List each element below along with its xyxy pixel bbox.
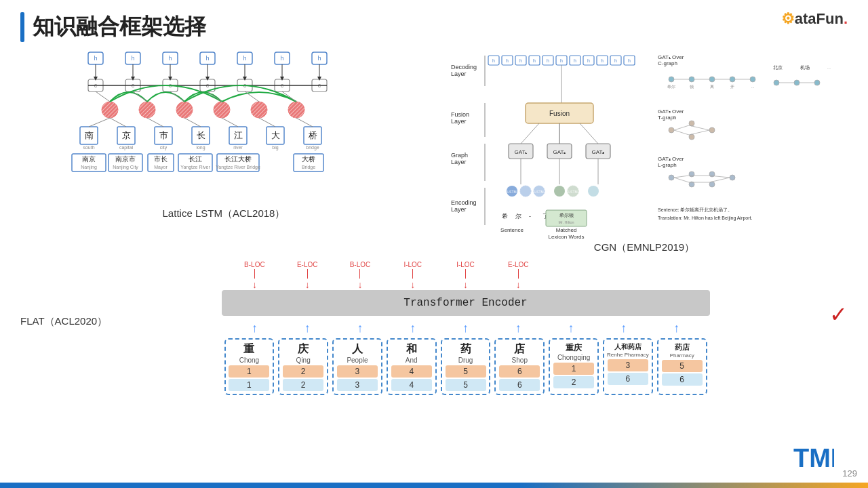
svg-text:h: h	[519, 58, 522, 63]
loc-arrow-row: B-LOC ↓ E-LOC ↓ B-LOC ↓ I-LOC ↓ I-LOC	[222, 261, 710, 290]
svg-line-145	[521, 123, 539, 144]
svg-text:h: h	[205, 55, 209, 62]
token-num2-3: 3	[337, 379, 378, 391]
svg-text:h: h	[243, 55, 246, 62]
svg-line-194	[674, 130, 689, 135]
svg-text:顿: 顿	[690, 85, 694, 89]
token-num1-3: 3	[337, 365, 378, 378]
svg-text:h: h	[587, 58, 590, 63]
svg-text:south: south	[83, 145, 94, 150]
svg-text:GAT₃: GAT₃	[592, 149, 605, 155]
svg-text:Encoding: Encoding	[451, 199, 477, 206]
svg-text:长江: 长江	[189, 155, 202, 163]
loc-i-loc-1: I-LOC ↓	[387, 261, 439, 290]
token-num2-2: 2	[283, 379, 323, 391]
svg-text:capital: capital	[119, 145, 134, 150]
arrow-up-7: ↑	[545, 321, 597, 336]
svg-text:GAT₁ Over: GAT₁ Over	[658, 54, 684, 60]
svg-text:Fusion: Fusion	[451, 111, 469, 118]
svg-text:Lexicon Words: Lexicon Words	[549, 234, 585, 240]
svg-text:Nanjing City: Nanjing City	[113, 165, 138, 170]
svg-text:Graph: Graph	[451, 152, 468, 159]
svg-line-209	[709, 178, 730, 182]
svg-line-71	[184, 118, 201, 127]
token-num1-8: 3	[608, 359, 648, 371]
svg-line-73	[259, 118, 275, 127]
svg-text:Yangtze River: Yangtze River	[180, 165, 210, 170]
token-card-1: 重 Chong 1 1	[224, 338, 275, 395]
svg-point-215	[774, 80, 779, 85]
loc-e-loc-2: E-LOC ↓	[492, 261, 545, 290]
svg-text:Sentence: 希尔顿离开北京机场了。: Sentence: 希尔顿离开北京机场了。	[658, 207, 732, 212]
svg-line-49	[133, 92, 147, 102]
svg-text:h: h	[628, 58, 631, 63]
svg-line-69	[110, 118, 126, 127]
cgn-label: CGN（EMNLP2019）	[594, 241, 694, 254]
flat-section: FLAT（ACL2020） B-LOC ↓ E-LOC ↓ B-LOC ↓ I-…	[0, 254, 868, 395]
svg-line-70	[147, 118, 163, 127]
token-card-5: 药 Drug 5 5	[441, 338, 491, 395]
svg-text:长: 长	[197, 130, 205, 140]
arrow-up-2: ↑	[281, 321, 334, 336]
svg-point-188	[669, 127, 674, 133]
svg-point-173	[689, 77, 694, 82]
svg-text:GAT₂ Over: GAT₂ Over	[658, 108, 684, 115]
flat-label: FLAT（ACL2020）	[20, 315, 108, 328]
token-num2-6: 6	[499, 379, 540, 391]
svg-point-191	[689, 134, 694, 140]
svg-text:Matched: Matched	[556, 227, 577, 233]
svg-point-217	[814, 80, 820, 85]
svg-point-45	[214, 102, 230, 118]
svg-text:h: h	[317, 55, 321, 62]
svg-point-172	[669, 77, 674, 82]
token-num1-1: 1	[229, 365, 269, 378]
svg-text:city: city	[160, 145, 167, 150]
token-num1-5: 5	[446, 365, 486, 378]
header: 知识融合框架选择 ⚙ataFun.	[0, 0, 868, 49]
svg-text:希: 希	[502, 213, 508, 220]
svg-text:Layer: Layer	[451, 206, 467, 213]
svg-text:希尔顿: 希尔顿	[559, 213, 574, 218]
svg-text:开: 开	[730, 85, 734, 89]
svg-text:江: 江	[234, 130, 243, 140]
svg-text:...: ...	[827, 66, 831, 70]
svg-text:南京市: 南京市	[115, 155, 136, 163]
lattice-label: Lattice LSTM（ACL2018）	[163, 207, 285, 220]
title-bar: 知识融合框架选择	[20, 12, 206, 42]
lattice-diagram: h h h h h h h c c	[68, 49, 380, 205]
svg-text:h: h	[131, 55, 134, 62]
svg-text:T-graph: T-graph	[658, 115, 677, 121]
cgn-diagram: Decoding Layer Fusion Layer Graph Layer …	[448, 49, 841, 239]
checkmark: ✓	[829, 302, 848, 327]
svg-text:h: h	[168, 55, 172, 62]
datafun-logo: ⚙ataFun.	[781, 10, 848, 28]
token-num1-2: 2	[283, 365, 323, 378]
svg-text:桥: 桥	[308, 130, 317, 140]
svg-text:h: h	[94, 55, 97, 62]
svg-point-46	[251, 102, 267, 118]
svg-text:h: h	[601, 58, 604, 63]
token-num2-9: 6	[662, 373, 703, 386]
token-num2-1: 1	[229, 379, 269, 391]
svg-point-151	[554, 186, 565, 197]
svg-point-201	[730, 175, 735, 180]
svg-line-72	[222, 118, 238, 127]
svg-text:river: river	[233, 145, 243, 150]
svg-text:h: h	[506, 58, 509, 63]
svg-text:Decoding: Decoding	[451, 64, 477, 70]
svg-text:big: big	[272, 145, 278, 150]
transformer-encoder: Transformer Encoder	[222, 290, 710, 316]
svg-text:Mayor: Mayor	[154, 165, 167, 170]
arrow-up-3: ↑	[334, 321, 387, 336]
flat-diagram: B-LOC ↓ E-LOC ↓ B-LOC ↓ I-LOC ↓ I-LOC	[122, 261, 809, 395]
svg-text:h: h	[547, 58, 549, 63]
token-num2-5: 5	[446, 379, 486, 391]
svg-point-175	[730, 77, 735, 82]
svg-line-48	[96, 92, 110, 102]
svg-text:h: h	[560, 58, 563, 63]
svg-point-198	[669, 175, 674, 180]
svg-text:北京: 北京	[773, 65, 783, 70]
token-card-4: 和 And 4 4	[387, 338, 437, 395]
svg-text:Translation: Mr. Hilton has le: Translation: Mr. Hilton has left Beijing…	[658, 216, 752, 221]
up-arrows-row: ↑ ↑ ↑ ↑ ↑ ↑ ↑ ↑ ↑	[222, 321, 710, 336]
